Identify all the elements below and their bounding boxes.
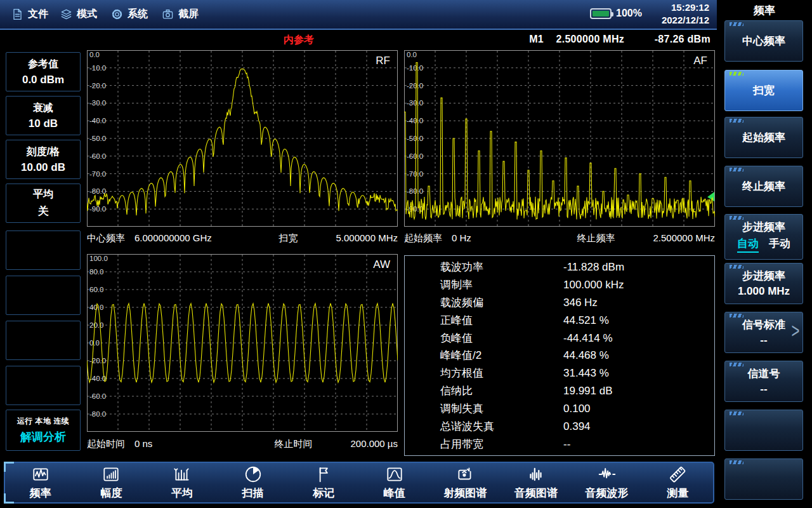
result-value: 31.443 % — [563, 368, 714, 378]
result-value: -- — [563, 439, 714, 450]
start-time-key: 起始时间 — [87, 438, 125, 450]
span-value: 5.000000 MHz — [336, 232, 398, 243]
svg-text:-70.0: -70.0 — [407, 170, 423, 178]
toolbar-item-peak[interactable]: 峰值 — [359, 463, 430, 502]
menu-item-label: 文件 — [28, 8, 48, 21]
right-softkey-panel: 频率 中心频率扫宽起始频率终止频率步进频率自动手动步进频率1.000 MHz信号… — [717, 0, 812, 508]
battery-percent: 100% — [616, 8, 642, 19]
stop-time-value: 200.000 µs — [350, 438, 398, 449]
svg-text:20.0: 20.0 — [89, 321, 103, 329]
result-label: 信纳比 — [405, 385, 563, 396]
toolbar-item-sweep[interactable]: 扫描 — [218, 463, 289, 502]
toggle-manual[interactable]: 手动 — [769, 236, 790, 251]
table-row: 均方根值31.443 % — [405, 368, 714, 378]
gear-icon — [111, 8, 123, 20]
toolbar-item-label: 峰值 — [384, 486, 405, 500]
softkey-8[interactable]: 信道号-- — [724, 361, 803, 402]
svg-text:-20.0: -20.0 — [89, 82, 106, 90]
date-label: 2022/12/12 — [643, 14, 709, 27]
svg-text:-60.0: -60.0 — [89, 152, 106, 160]
svg-text:0.0: 0.0 — [89, 51, 100, 58]
menu-item-mode[interactable]: 模式 — [60, 0, 97, 29]
run-status-label: 运行 本地 连续 — [17, 416, 70, 427]
softkey-1[interactable]: 中心频率 — [724, 20, 803, 62]
svg-text:60.0: 60.0 — [89, 286, 103, 293]
param-value: 关 — [38, 204, 49, 218]
toolbar-item-afspec[interactable]: 音频图谱 — [501, 463, 572, 502]
empty-box — [6, 366, 81, 405]
aw-plot-footer: 起始时间 0 ns 终止时间 200.000 µs — [87, 436, 398, 452]
result-value: 44.521 % — [563, 315, 714, 326]
toolbar-item-marker[interactable]: 标记 — [288, 463, 359, 502]
audio-spectrum-icon — [527, 465, 546, 484]
frequency-icon — [31, 465, 50, 484]
audio-waveform-plot: 100.080.060.040.020.00.0-20.0-40.0-60.0-… — [87, 254, 398, 432]
svg-text:-10.0: -10.0 — [89, 64, 106, 72]
softkey-5[interactable]: 步进频率自动手动 — [724, 214, 803, 260]
param-box-4[interactable]: 平均关 — [6, 184, 81, 223]
softkey-6[interactable]: 步进频率1.000 MHz — [724, 263, 803, 304]
param-box-2[interactable]: 衰减10 dB — [6, 96, 81, 135]
result-value: 0.100 — [563, 403, 714, 414]
softkey-value: 1.000 MHz — [738, 285, 790, 297]
center-freq-value: 6.000000000 GHz — [134, 232, 212, 243]
menu-item-label: 截屏 — [178, 8, 199, 21]
menu-item-screenshot[interactable]: 截屏 — [162, 0, 199, 29]
softkey-empty — [724, 410, 803, 451]
svg-text:-50.0: -50.0 — [407, 135, 423, 142]
softkey-label: 信号标准 — [742, 319, 785, 331]
marker-flag-icon — [314, 465, 333, 484]
svg-text:-20.0: -20.0 — [407, 82, 423, 90]
param-box-3[interactable]: 刻度/格10.00 dB — [6, 140, 81, 179]
corner-dash-decoration — [730, 411, 743, 415]
result-label: 载波功率 — [405, 262, 563, 272]
svg-text:80.0: 80.0 — [89, 268, 103, 276]
stop-time-key: 终止时间 — [274, 438, 312, 450]
param-box-1[interactable]: 参考值0.0 dBm — [6, 52, 81, 91]
table-row: 调制率100.000 kHz — [405, 279, 714, 290]
result-label: 载波频偏 — [405, 297, 563, 308]
toolbar-item-avg[interactable]: 平均 — [147, 463, 218, 502]
corner-dash-decoration — [730, 314, 743, 318]
softkey-2[interactable]: 扫宽 — [724, 70, 803, 111]
result-value: -44.414 % — [563, 333, 714, 344]
svg-text:-40.0: -40.0 — [407, 117, 423, 124]
table-row: 信纳比19.991 dB — [405, 385, 714, 396]
menu-item-system[interactable]: 系统 — [111, 0, 148, 29]
toolbar-item-rfspec[interactable]: 射频图谱 — [430, 463, 501, 502]
softkey-empty — [724, 458, 803, 500]
toolbar-item-measure[interactable]: 测量 — [642, 463, 713, 502]
toolbar-item-amp[interactable]: 幅度 — [76, 463, 147, 502]
softkey-label: 信道号 — [748, 368, 780, 380]
toolbar-item-freq[interactable]: 频率 — [5, 463, 76, 502]
measure-ruler-icon — [668, 465, 687, 484]
result-label: 调制率 — [405, 279, 563, 290]
svg-text:-60.0: -60.0 — [407, 152, 423, 160]
corner-dash-decoration — [730, 363, 743, 366]
softkey-7[interactable]: 信号标准--> — [724, 312, 803, 353]
softkey-4[interactable]: 终止频率 — [724, 166, 803, 207]
rf-spectrum-plot: 0.0-10.0-20.0-30.0-40.0-50.0-60.0-70.0-8… — [87, 50, 398, 227]
corner-dash-decoration — [730, 216, 743, 220]
rf-plot-footer: 中心频率 6.000000000 GHz 扫宽 5.000000 MHz — [87, 230, 398, 246]
peak-icon — [385, 465, 404, 484]
empty-box — [6, 276, 81, 315]
menu-item-label: 系统 — [128, 8, 148, 21]
marker-id: M1 — [529, 34, 544, 44]
table-row: 调制失真0.100 — [405, 403, 714, 414]
svg-text:-80.0: -80.0 — [89, 410, 106, 418]
corner-dash-decoration — [730, 119, 743, 123]
span-key: 扫宽 — [278, 232, 298, 244]
softkey-3[interactable]: 起始频率 — [724, 117, 803, 158]
menu-item-label: 模式 — [77, 8, 97, 21]
center-freq-key: 中心频率 — [87, 232, 125, 244]
menu-item-file[interactable]: 文件 — [11, 0, 48, 29]
svg-text:-80.0: -80.0 — [407, 187, 423, 195]
toggle-auto[interactable]: 自动 — [737, 236, 759, 253]
af-spectrum-plot: 0.0-10.0-20.0-30.0-40.0-50.0-60.0-70.0-8… — [404, 50, 715, 227]
softkey-value: -- — [760, 334, 767, 346]
result-value: 346 Hz — [563, 297, 714, 308]
toolbar-item-afwave[interactable]: 音频波形 — [572, 463, 643, 502]
param-title: 平均 — [33, 188, 53, 201]
svg-text:-30.0: -30.0 — [407, 99, 423, 107]
